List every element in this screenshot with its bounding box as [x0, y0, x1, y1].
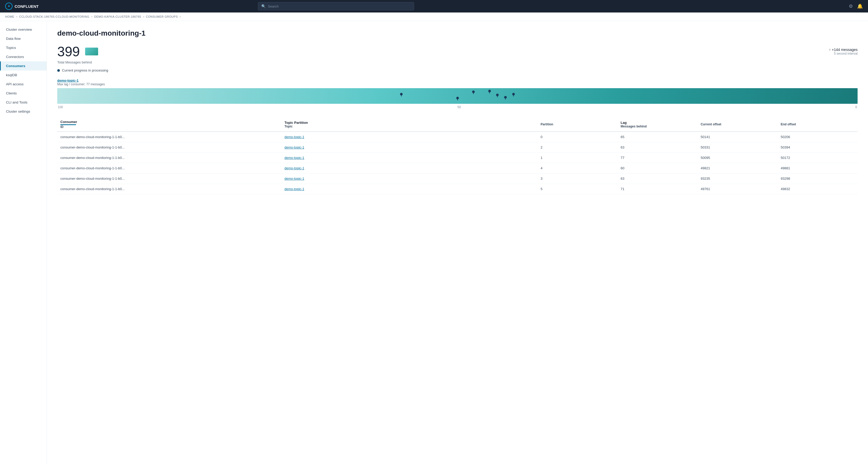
topic-link[interactable]: demo-topic-1 [284, 166, 304, 170]
breadcrumb-sep-2: > [91, 15, 92, 18]
delta-interval: 5 second interval [829, 52, 858, 56]
breadcrumb-home[interactable]: HOME [5, 15, 14, 18]
brand-icon: ✦ [5, 3, 12, 10]
cell-messages-behind: 77 [618, 153, 698, 163]
cell-partition: 1 [537, 153, 618, 163]
cell-topic: demo-topic-1 [281, 142, 537, 153]
sidebar-item-connectors[interactable]: Connectors [0, 52, 46, 61]
total-messages-label: Total Messages behind [57, 60, 858, 64]
sidebar-item-consumers[interactable]: Consumers [0, 61, 46, 70]
search-bar[interactable]: 🔍 [258, 2, 414, 10]
brand-logo[interactable]: ✦ CONFLUENT [5, 3, 39, 10]
topic-link[interactable]: demo-topic-1 [284, 156, 304, 160]
total-messages-value: 399 [57, 45, 80, 58]
cell-end-offset: 49832 [778, 184, 858, 194]
sidebar-item-data-flow[interactable]: Data flow [0, 34, 46, 43]
cell-topic: demo-topic-1 [281, 173, 537, 184]
sidebar-item-cli-and-tools[interactable]: CLI and Tools [0, 98, 46, 107]
cell-partition: 4 [537, 163, 618, 173]
breadcrumb-stack[interactable]: CCLOUD-STACK-186765-CCLOUD-MONITORING [19, 15, 89, 18]
table-row: consumer-demo-cloud-monitoring-1-1-b0...… [57, 132, 858, 142]
stats-row: 399 ↑ +144 messages 5 second interval [57, 45, 858, 58]
topic-link[interactable]: demo-topic-1 [284, 187, 304, 191]
th-current-offset: Current offset [698, 117, 778, 132]
cell-messages-behind: 63 [618, 142, 698, 153]
th-lag: Lag Messages behind [618, 117, 698, 132]
chart-label-row: demo-topic-1 Max lag / consumer: 77 mess… [57, 78, 858, 86]
progress-label: Current progress in processing [62, 68, 108, 72]
scatter-dot-6 [504, 96, 507, 100]
breadcrumb-sep-4: > [179, 15, 181, 18]
cell-end-offset: 49881 [778, 163, 858, 173]
scatter-dot-3 [488, 90, 491, 93]
cell-topic: demo-topic-1 [281, 132, 537, 142]
cell-consumer-id: consumer-demo-cloud-monitoring-1-1-b0... [57, 142, 281, 153]
chart-sublabel: Max lag / consumer: 77 messages [57, 82, 858, 86]
breadcrumb: HOME > CCLOUD-STACK-186765-CCLOUD-MONITO… [0, 12, 868, 21]
breadcrumb-sep-3: > [143, 15, 144, 18]
progress-note: Current progress in processing [57, 68, 858, 72]
axis-label-100: 100 [58, 105, 63, 109]
th-end-offset: End offset [778, 117, 858, 132]
chart-bar [57, 88, 858, 104]
topic-link[interactable]: demo-topic-1 [284, 145, 304, 149]
cell-current-offset: 50095 [698, 153, 778, 163]
table-row: consumer-demo-cloud-monitoring-1-1-b0...… [57, 153, 858, 163]
cell-messages-behind: 71 [618, 184, 698, 194]
sidebar-item-cluster-overview[interactable]: Cluster overview [0, 25, 46, 34]
table-row: consumer-demo-cloud-monitoring-1-1-b0...… [57, 173, 858, 184]
notification-icon[interactable]: 🔔 [857, 3, 863, 9]
cell-messages-behind: 60 [618, 163, 698, 173]
cell-end-offset: 93298 [778, 173, 858, 184]
cell-end-offset: 50206 [778, 132, 858, 142]
breadcrumb-cluster[interactable]: DEMO-KAFKA-CLUSTER-186765 [94, 15, 141, 18]
cell-current-offset: 50141 [698, 132, 778, 142]
th-topic-partition: Topic Partition Topic [281, 117, 537, 132]
chart-axis: 100 50 0 [57, 105, 858, 109]
sidebar-item-ksqldb[interactable]: ksqlDB [0, 70, 46, 79]
chart-section: demo-topic-1 Max lag / consumer: 77 mess… [57, 78, 858, 109]
axis-label-0: 0 [855, 105, 857, 109]
cell-current-offset: 50331 [698, 142, 778, 153]
cell-consumer-id: consumer-demo-cloud-monitoring-1-1-b0... [57, 153, 281, 163]
progress-bar-visual [85, 47, 98, 56]
consumer-table: Consumer ID Topic Partition Topic Partit… [57, 117, 858, 194]
cell-current-offset: 93235 [698, 173, 778, 184]
table-row: consumer-demo-cloud-monitoring-1-1-b0...… [57, 184, 858, 194]
settings-icon[interactable]: ⚙ [849, 3, 853, 9]
sidebar-item-clients[interactable]: Clients [0, 89, 46, 98]
search-input[interactable] [268, 4, 411, 8]
chart-container: 100 50 0 [57, 88, 858, 109]
cell-messages-behind: 63 [618, 173, 698, 184]
cell-consumer-id: consumer-demo-cloud-monitoring-1-1-b0... [57, 163, 281, 173]
cell-consumer-id: consumer-demo-cloud-monitoring-1-1-b0... [57, 173, 281, 184]
chart-topic-name[interactable]: demo-topic-1 [57, 78, 858, 82]
th-partition: Partition [537, 117, 618, 132]
cell-partition: 5 [537, 184, 618, 194]
scatter-dot-2 [472, 91, 475, 94]
dot-icon [57, 69, 60, 72]
th-consumer: Consumer ID [57, 117, 281, 132]
scatter-dot-1 [400, 93, 403, 97]
cell-current-offset: 49761 [698, 184, 778, 194]
topic-link[interactable]: demo-topic-1 [284, 176, 304, 180]
cell-topic: demo-topic-1 [281, 153, 537, 163]
cell-messages-behind: 65 [618, 132, 698, 142]
page-title: demo-cloud-monitoring-1 [57, 29, 858, 37]
breadcrumb-consumer-groups[interactable]: CONSUMER GROUPS [146, 15, 178, 18]
cell-end-offset: 50394 [778, 142, 858, 153]
nav-icons: ⚙ 🔔 [849, 3, 863, 9]
topic-link[interactable]: demo-topic-1 [284, 135, 304, 139]
brand-name: CONFLUENT [14, 4, 39, 8]
sidebar-item-api-access[interactable]: API access [0, 79, 46, 89]
sidebar-item-topics[interactable]: Topics [0, 43, 46, 52]
table-section: Consumer ID Topic Partition Topic Partit… [57, 117, 858, 194]
cell-current-offset: 49821 [698, 163, 778, 173]
cell-partition: 2 [537, 142, 618, 153]
sidebar-item-cluster-settings[interactable]: Cluster settings [0, 107, 46, 116]
axis-label-50: 50 [457, 105, 461, 109]
cell-consumer-id: consumer-demo-cloud-monitoring-1-1-b0... [57, 132, 281, 142]
table-row: consumer-demo-cloud-monitoring-1-1-b0...… [57, 142, 858, 153]
scatter-dot-4 [456, 97, 459, 100]
breadcrumb-sep-1: > [16, 15, 18, 18]
